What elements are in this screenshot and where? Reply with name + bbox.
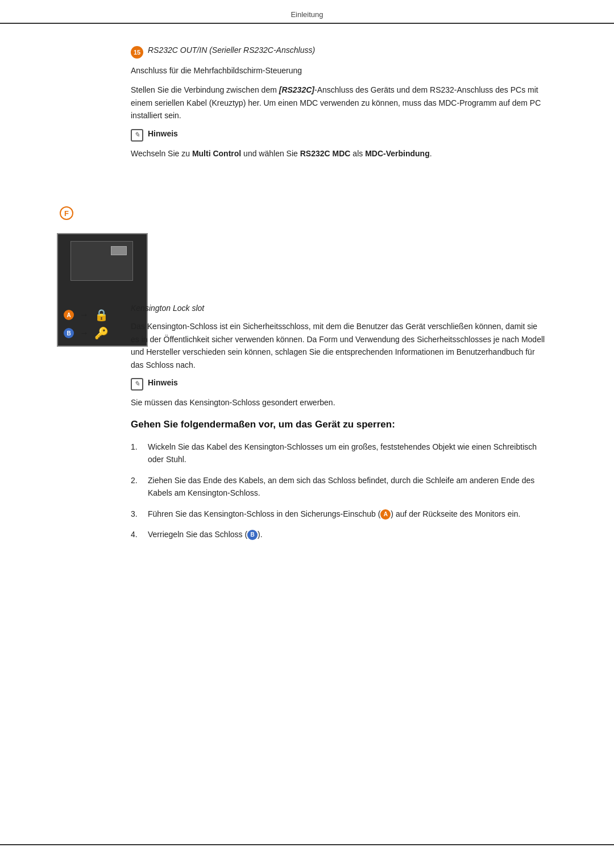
list-content-4: Verriegeln Sie das Schloss (B).	[148, 528, 546, 541]
list-item: 4. Verriegeln Sie das Schloss (B).	[131, 528, 546, 541]
rs232-paragraph1: Anschluss für die Mehrfachbildschirm-Ste…	[131, 64, 546, 77]
kensington-hinweis-box: ✎ Hinweis	[131, 378, 546, 391]
page-container: Einleitung F A	[0, 0, 614, 868]
list-item: 1. Wickeln Sie das Kabel des Kensington-…	[131, 441, 546, 466]
list-content-3: Führen Sie das Kensington-Schloss in den…	[148, 508, 546, 520]
kensington-left-icon: F	[60, 203, 73, 220]
monitor-screen	[70, 241, 133, 281]
list-number-3: 3.	[131, 508, 148, 520]
label-b-circle: B	[64, 328, 74, 338]
kensington-heading: Gehen Sie folgendermaßen vor, um das Ger…	[131, 418, 546, 431]
rs232-title: RS232C OUT/IN (Serieller RS232C-Anschlus…	[148, 45, 315, 55]
diagram-spacer	[131, 171, 546, 296]
list-content-1: Wickeln Sie das Kabel des Kensington-Sch…	[148, 441, 546, 466]
rs232-hinweis-box: ✎ Hinweis	[131, 129, 546, 142]
kensington-section: Kensington Lock slot Das Kensington-Schl…	[131, 302, 546, 541]
label-a-circle: A	[64, 310, 74, 320]
list-content-2: Ziehen Sie das Ende des Kabels, an dem s…	[148, 474, 546, 500]
list-item: 3. Führen Sie das Kensington-Schloss in …	[131, 508, 546, 520]
rs232-hinweis-text: Wechseln Sie zu Multi Control und wählen…	[131, 147, 546, 160]
top-border	[0, 23, 614, 24]
hinweis-label-2: Hinweis	[148, 378, 178, 387]
kensington-steps-list: 1. Wickeln Sie das Kabel des Kensington-…	[131, 441, 546, 541]
rs232-section-header: 15 RS232C OUT/IN (Serieller RS232C-Ansch…	[131, 45, 546, 59]
arrow-b-icon: →	[80, 328, 89, 338]
rs232-paragraph2: Stellen Sie die Verbindung zwischen dem …	[131, 84, 546, 122]
inline-circle-a: A	[380, 509, 391, 520]
inline-circle-b: B	[247, 530, 258, 540]
hinweis-label-1: Hinweis	[148, 129, 178, 138]
content-area: 15 RS232C OUT/IN (Serieller RS232C-Ansch…	[125, 34, 551, 560]
bottom-border	[0, 844, 614, 845]
security-device-icon: 🔑	[94, 326, 109, 340]
kensington-subtitle: Kensington Lock slot	[131, 302, 546, 314]
page-header: Einleitung	[0, 10, 614, 19]
arrow-a-icon: →	[80, 310, 89, 320]
list-number-1: 1.	[131, 441, 148, 453]
monitor-detail	[111, 246, 127, 255]
circle-f-icon: F	[60, 206, 73, 220]
list-item: 2. Ziehen Sie das Ende des Kabels, an de…	[131, 474, 546, 500]
list-number-2: 2.	[131, 474, 148, 487]
hinweis-icon-1: ✎	[131, 129, 143, 142]
rs232-number-icon: 15	[131, 46, 143, 59]
rs232-section: 15 RS232C OUT/IN (Serieller RS232C-Ansch…	[131, 45, 546, 160]
lock-device-icon: 🔒	[94, 308, 109, 322]
kensington-paragraph1: Das Kensington-Schloss ist ein Sicherhei…	[131, 320, 546, 371]
header-title: Einleitung	[291, 10, 323, 19]
list-number-4: 4.	[131, 528, 148, 541]
kensington-hinweis-text: Sie müssen das Kensington-Schloss gesond…	[131, 396, 546, 409]
hinweis-icon-2: ✎	[131, 378, 143, 391]
